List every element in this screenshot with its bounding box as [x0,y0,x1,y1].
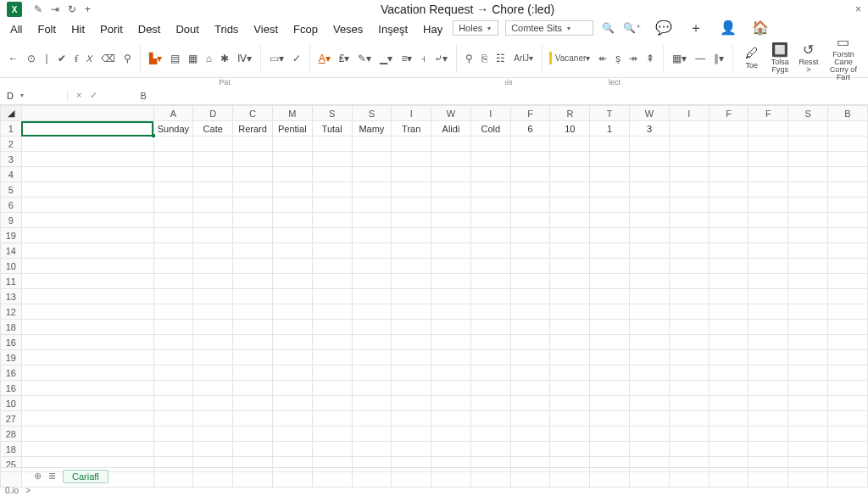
cell[interactable] [630,167,670,182]
cell[interactable] [153,426,193,442]
cell[interactable] [21,259,153,274]
tab-porit[interactable]: Porit [100,23,123,36]
cell[interactable] [470,213,510,228]
cell[interactable] [709,243,748,259]
sheet-tab[interactable]: Cariafl [63,470,108,483]
cell[interactable] [392,442,431,457]
cell[interactable] [312,350,352,365]
cell[interactable] [630,228,670,243]
cell[interactable] [510,411,550,426]
cell[interactable] [748,137,788,152]
cell[interactable] [550,274,590,289]
cell[interactable] [590,304,630,320]
col-head[interactable]: D [193,106,233,121]
cell[interactable] [669,289,709,304]
cell[interactable] [153,137,193,152]
cell[interactable] [431,365,471,381]
row-head[interactable]: 2 [1,137,22,152]
cell[interactable] [272,381,312,396]
cell[interactable] [153,274,193,289]
cell[interactable] [21,274,153,289]
cell[interactable] [669,396,709,411]
cell[interactable] [193,304,233,320]
arrow-r-icon[interactable]: ↠ [627,51,639,66]
close-icon[interactable]: × [844,3,861,15]
cell[interactable] [352,320,392,335]
cell[interactable] [709,365,748,381]
cell[interactable] [312,137,352,152]
cell[interactable] [709,167,748,182]
cell[interactable] [272,137,312,152]
cell[interactable] [352,426,392,442]
arrow-l-icon[interactable]: ↞ [597,51,609,66]
cell[interactable] [590,411,630,426]
tab-insert[interactable]: Inşeşt [378,23,408,36]
cell[interactable] [709,320,748,335]
cell[interactable] [669,121,709,137]
cell[interactable] [788,274,828,289]
tab-trids[interactable]: Trids [214,23,238,36]
chart-icon[interactable]: ▙▾ [147,51,164,66]
cell[interactable] [590,350,630,365]
cell[interactable] [272,289,312,304]
cell[interactable] [21,426,153,442]
cell[interactable] [748,198,788,213]
cell[interactable] [431,167,471,182]
cell[interactable] [709,152,748,167]
tab-hay[interactable]: Hay [423,23,442,36]
cell[interactable] [312,442,352,457]
cell[interactable] [669,198,709,213]
home-button[interactable]: 🏠 [746,20,775,36]
cell[interactable] [828,198,868,213]
cell[interactable] [470,167,510,182]
row-head[interactable]: 27 [1,411,22,426]
check-icon[interactable]: ✓ [291,51,303,66]
cell[interactable] [748,442,788,457]
cell[interactable] [748,381,788,396]
cell[interactable] [630,274,670,289]
strike-icon[interactable]: ᵮ [73,51,80,66]
cell[interactable] [669,365,709,381]
cell[interactable] [510,198,550,213]
cell[interactable] [630,213,670,228]
cell[interactable] [21,396,153,411]
tab-viest[interactable]: Viest [253,23,278,36]
cell[interactable] [669,426,709,442]
cell[interactable] [272,152,312,167]
resst-button[interactable]: ↺Resst > [797,43,821,74]
cell[interactable] [312,304,352,320]
cell[interactable] [153,335,193,350]
cell[interactable] [153,167,193,182]
cell[interactable] [590,259,630,274]
tab-all[interactable]: All [10,23,22,36]
cell[interactable] [352,350,392,365]
row-head[interactable]: 4 [1,167,22,182]
cell[interactable] [669,335,709,350]
cell[interactable] [272,228,312,243]
cell[interactable] [788,152,828,167]
cell[interactable] [748,365,788,381]
cell[interactable] [392,289,431,304]
cell[interactable] [550,365,590,381]
cell[interactable] [153,152,193,167]
cell[interactable] [21,167,153,182]
cell[interactable] [233,442,273,457]
cell[interactable] [550,182,590,198]
cancel-formula-icon[interactable]: × [76,90,81,101]
add-button[interactable]: ＋ [682,20,710,36]
cell[interactable] [233,396,273,411]
cell[interactable] [193,152,233,167]
enter-formula-icon[interactable]: ✓ [90,90,97,101]
cell[interactable] [788,411,828,426]
cell[interactable] [352,335,392,350]
cell[interactable] [828,350,868,365]
cell[interactable] [788,137,828,152]
cell[interactable] [709,426,748,442]
cell[interactable] [709,274,748,289]
cell[interactable] [272,243,312,259]
cell[interactable] [709,137,748,152]
table-icon[interactable]: ▦▾ [670,51,688,66]
cell[interactable] [193,365,233,381]
qat-icon-1[interactable]: ✎ [34,3,42,15]
cell[interactable] [669,243,709,259]
